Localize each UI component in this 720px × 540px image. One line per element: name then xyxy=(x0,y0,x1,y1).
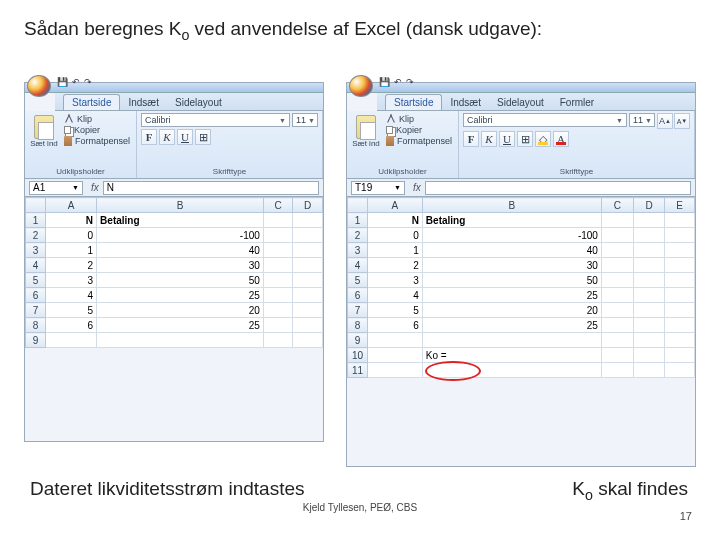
cell[interactable] xyxy=(293,213,323,228)
tab-sidelayout[interactable]: Sidelayout xyxy=(489,95,552,110)
row-header[interactable]: 11 xyxy=(348,363,368,378)
cell[interactable]: 50 xyxy=(422,273,601,288)
cell[interactable] xyxy=(422,363,601,378)
cell[interactable] xyxy=(665,318,695,333)
cell[interactable] xyxy=(665,363,695,378)
name-box[interactable]: A1▼ xyxy=(29,181,83,195)
tab-formler[interactable]: Formler xyxy=(552,95,602,110)
col-header-c[interactable]: C xyxy=(601,198,633,213)
cell[interactable] xyxy=(293,303,323,318)
shrink-font-button[interactable]: A▼ xyxy=(674,113,690,129)
cell[interactable]: 4 xyxy=(368,288,423,303)
cell[interactable] xyxy=(601,243,633,258)
fx-icon[interactable]: fx xyxy=(413,182,421,193)
cell[interactable] xyxy=(633,288,665,303)
cell[interactable]: 3 xyxy=(46,273,97,288)
cell[interactable] xyxy=(665,303,695,318)
cell[interactable]: 5 xyxy=(46,303,97,318)
border-button[interactable]: ⊞ xyxy=(195,129,211,145)
cell[interactable] xyxy=(665,213,695,228)
quick-access-toolbar[interactable]: 💾↶↷ xyxy=(55,77,94,87)
cell[interactable] xyxy=(633,348,665,363)
cell[interactable]: 20 xyxy=(97,303,264,318)
formula-input[interactable] xyxy=(425,181,691,195)
cell[interactable]: 1 xyxy=(46,243,97,258)
cell[interactable] xyxy=(263,228,293,243)
cell[interactable] xyxy=(665,258,695,273)
cell[interactable] xyxy=(665,243,695,258)
tab-startside[interactable]: Startside xyxy=(63,94,120,110)
select-all-corner[interactable] xyxy=(26,198,46,213)
font-color-button[interactable]: A xyxy=(553,131,569,147)
formula-input[interactable]: N xyxy=(103,181,319,195)
cell[interactable] xyxy=(633,243,665,258)
row-header[interactable]: 7 xyxy=(348,303,368,318)
cell-ko[interactable]: Ko = xyxy=(422,348,601,363)
col-header-d[interactable]: D xyxy=(633,198,665,213)
cell[interactable]: 30 xyxy=(97,258,264,273)
cell[interactable] xyxy=(633,333,665,348)
cell[interactable] xyxy=(665,288,695,303)
row-header[interactable]: 7 xyxy=(26,303,46,318)
bold-button[interactable]: F xyxy=(463,131,479,147)
cell[interactable] xyxy=(263,333,293,348)
office-button-icon[interactable] xyxy=(27,75,51,97)
row-header[interactable]: 8 xyxy=(26,318,46,333)
worksheet[interactable]: A B C D E 1NBetaling 20-100 3140 4230 53… xyxy=(347,197,695,378)
cell[interactable] xyxy=(601,318,633,333)
grow-font-button[interactable]: A▲ xyxy=(657,113,673,129)
cell[interactable] xyxy=(665,348,695,363)
cell[interactable]: 25 xyxy=(422,318,601,333)
format-painter-button[interactable]: Formatpensel xyxy=(64,136,130,146)
cell[interactable] xyxy=(422,333,601,348)
cell[interactable] xyxy=(263,273,293,288)
cell[interactable] xyxy=(601,273,633,288)
row-header[interactable]: 1 xyxy=(348,213,368,228)
cell[interactable]: 50 xyxy=(97,273,264,288)
fx-icon[interactable]: fx xyxy=(91,182,99,193)
cell[interactable] xyxy=(665,228,695,243)
row-header[interactable]: 9 xyxy=(26,333,46,348)
cell[interactable] xyxy=(633,318,665,333)
underline-button[interactable]: U xyxy=(177,129,193,145)
row-header[interactable]: 5 xyxy=(26,273,46,288)
cut-button[interactable]: Klip xyxy=(64,114,130,124)
copy-button[interactable]: Kopier xyxy=(64,125,130,135)
font-size-combo[interactable]: 11▼ xyxy=(292,113,318,127)
cell[interactable] xyxy=(633,363,665,378)
cell[interactable] xyxy=(97,333,264,348)
cell[interactable] xyxy=(293,273,323,288)
row-header[interactable]: 9 xyxy=(348,333,368,348)
cell[interactable] xyxy=(601,348,633,363)
cell[interactable] xyxy=(263,288,293,303)
cell[interactable]: -100 xyxy=(97,228,264,243)
cell[interactable] xyxy=(293,333,323,348)
cell[interactable] xyxy=(633,303,665,318)
cell[interactable] xyxy=(601,213,633,228)
bold-button[interactable]: F xyxy=(141,129,157,145)
cell[interactable] xyxy=(601,333,633,348)
row-header[interactable]: 4 xyxy=(348,258,368,273)
col-header-a[interactable]: A xyxy=(368,198,423,213)
row-header[interactable]: 2 xyxy=(26,228,46,243)
font-name-combo[interactable]: Calibri▼ xyxy=(141,113,290,127)
col-header-b[interactable]: B xyxy=(97,198,264,213)
fill-color-button[interactable]: ◇ xyxy=(535,131,551,147)
tab-indsaet[interactable]: Indsæt xyxy=(120,95,167,110)
cell[interactable]: Betaling xyxy=(97,213,264,228)
cell[interactable] xyxy=(633,228,665,243)
cell[interactable] xyxy=(263,243,293,258)
cell[interactable]: 0 xyxy=(46,228,97,243)
cell[interactable] xyxy=(263,318,293,333)
font-name-combo[interactable]: Calibri▼ xyxy=(463,113,627,127)
row-header[interactable]: 6 xyxy=(26,288,46,303)
italic-button[interactable]: K xyxy=(159,129,175,145)
paste-button[interactable]: Sæt ind xyxy=(29,113,59,148)
cell[interactable] xyxy=(293,318,323,333)
cell[interactable] xyxy=(368,363,423,378)
row-header[interactable]: 1 xyxy=(26,213,46,228)
cell[interactable]: 2 xyxy=(368,258,423,273)
cell[interactable]: 2 xyxy=(46,258,97,273)
cell[interactable]: 25 xyxy=(97,318,264,333)
cell[interactable]: Betaling xyxy=(422,213,601,228)
